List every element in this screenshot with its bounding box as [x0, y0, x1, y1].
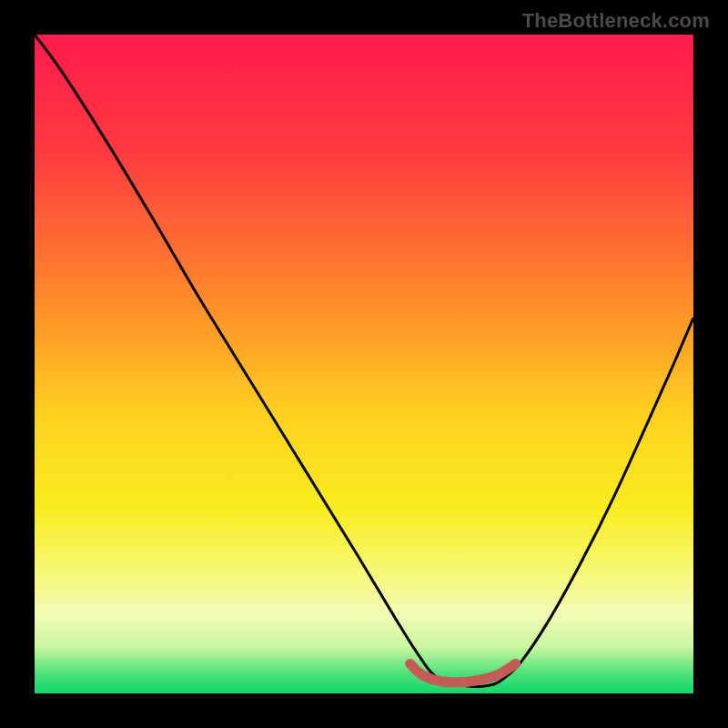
watermark-text: TheBottleneck.com	[522, 9, 710, 33]
chart-canvas	[35, 35, 693, 693]
chart-frame: TheBottleneck.com	[0, 0, 728, 728]
plot-area	[35, 35, 693, 693]
gradient-background	[35, 35, 693, 693]
